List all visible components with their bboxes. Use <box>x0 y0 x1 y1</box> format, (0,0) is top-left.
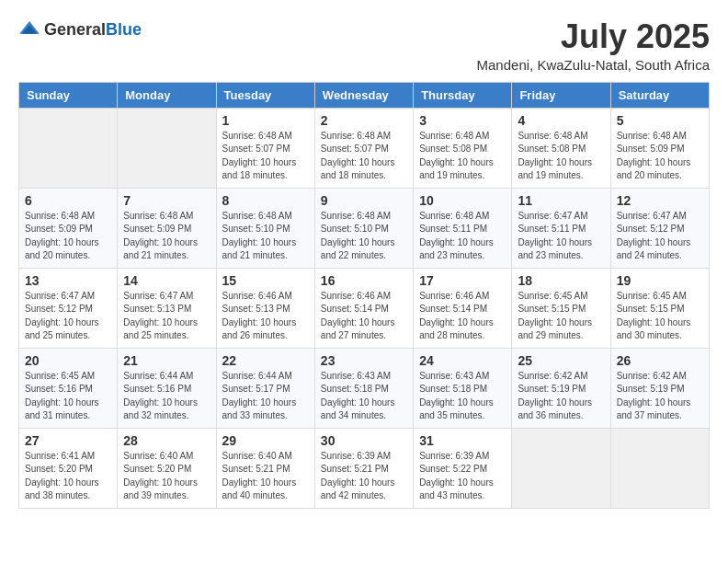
day-info: Sunrise: 6:48 AM Sunset: 5:09 PM Dayligh… <box>123 210 210 263</box>
calendar-day-cell: 8Sunrise: 6:48 AM Sunset: 5:10 PM Daylig… <box>216 188 314 268</box>
day-number: 7 <box>123 193 210 208</box>
calendar-day-cell: 21Sunrise: 6:44 AM Sunset: 5:16 PM Dayli… <box>118 348 216 428</box>
day-number: 11 <box>518 193 604 208</box>
calendar-day-cell: 24Sunrise: 6:43 AM Sunset: 5:18 PM Dayli… <box>414 348 512 428</box>
calendar-day-cell: 18Sunrise: 6:45 AM Sunset: 5:15 PM Dayli… <box>512 268 610 348</box>
day-number: 31 <box>419 433 506 448</box>
day-number: 29 <box>222 433 309 448</box>
day-number: 30 <box>321 433 407 448</box>
calendar-day-cell: 28Sunrise: 6:40 AM Sunset: 5:20 PM Dayli… <box>118 428 216 508</box>
calendar-day-cell: 5Sunrise: 6:48 AM Sunset: 5:09 PM Daylig… <box>610 108 709 188</box>
calendar-week-row: 6Sunrise: 6:48 AM Sunset: 5:09 PM Daylig… <box>19 188 710 268</box>
day-info: Sunrise: 6:45 AM Sunset: 5:15 PM Dayligh… <box>617 290 703 343</box>
calendar-day-cell: 19Sunrise: 6:45 AM Sunset: 5:15 PM Dayli… <box>610 268 709 348</box>
calendar-table: SundayMondayTuesdayWednesdayThursdayFrid… <box>18 82 710 509</box>
page-header: GeneralBlue July 2025 Mandeni, KwaZulu-N… <box>18 18 710 73</box>
calendar-day-cell: 2Sunrise: 6:48 AM Sunset: 5:07 PM Daylig… <box>314 108 413 188</box>
day-info: Sunrise: 6:47 AM Sunset: 5:12 PM Dayligh… <box>617 210 703 263</box>
calendar-day-cell: 1Sunrise: 6:48 AM Sunset: 5:07 PM Daylig… <box>216 108 314 188</box>
day-info: Sunrise: 6:39 AM Sunset: 5:21 PM Dayligh… <box>321 450 407 503</box>
day-number: 18 <box>518 273 604 288</box>
weekday-header-cell: Friday <box>512 82 610 108</box>
day-number: 19 <box>617 273 703 288</box>
day-number: 20 <box>25 353 111 368</box>
day-info: Sunrise: 6:48 AM Sunset: 5:10 PM Dayligh… <box>222 210 309 263</box>
day-number: 23 <box>321 353 407 368</box>
calendar-day-cell: 26Sunrise: 6:42 AM Sunset: 5:19 PM Dayli… <box>610 348 709 428</box>
day-number: 15 <box>222 273 309 288</box>
day-number: 24 <box>419 353 506 368</box>
day-info: Sunrise: 6:41 AM Sunset: 5:20 PM Dayligh… <box>25 450 111 503</box>
day-info: Sunrise: 6:45 AM Sunset: 5:16 PM Dayligh… <box>25 370 111 423</box>
calendar-week-row: 13Sunrise: 6:47 AM Sunset: 5:12 PM Dayli… <box>19 268 710 348</box>
calendar-day-cell: 27Sunrise: 6:41 AM Sunset: 5:20 PM Dayli… <box>19 428 118 508</box>
calendar-day-cell: 9Sunrise: 6:48 AM Sunset: 5:10 PM Daylig… <box>314 188 413 268</box>
calendar-day-cell: 30Sunrise: 6:39 AM Sunset: 5:21 PM Dayli… <box>314 428 413 508</box>
day-info: Sunrise: 6:48 AM Sunset: 5:09 PM Dayligh… <box>25 210 111 263</box>
day-info: Sunrise: 6:43 AM Sunset: 5:18 PM Dayligh… <box>321 370 407 423</box>
calendar-day-cell: 14Sunrise: 6:47 AM Sunset: 5:13 PM Dayli… <box>118 268 216 348</box>
calendar-day-cell: 25Sunrise: 6:42 AM Sunset: 5:19 PM Dayli… <box>512 348 610 428</box>
day-number: 25 <box>518 353 604 368</box>
day-info: Sunrise: 6:48 AM Sunset: 5:10 PM Dayligh… <box>321 210 407 263</box>
day-number: 17 <box>419 273 506 288</box>
day-info: Sunrise: 6:40 AM Sunset: 5:20 PM Dayligh… <box>123 450 210 503</box>
calendar-day-cell: 16Sunrise: 6:46 AM Sunset: 5:14 PM Dayli… <box>314 268 413 348</box>
day-number: 22 <box>222 353 309 368</box>
day-number: 8 <box>222 193 309 208</box>
calendar-day-cell: 17Sunrise: 6:46 AM Sunset: 5:14 PM Dayli… <box>414 268 512 348</box>
calendar-day-cell: 10Sunrise: 6:48 AM Sunset: 5:11 PM Dayli… <box>414 188 512 268</box>
title-area: July 2025 Mandeni, KwaZulu-Natal, South … <box>477 18 710 73</box>
day-number: 3 <box>419 113 506 128</box>
calendar-day-cell: 13Sunrise: 6:47 AM Sunset: 5:12 PM Dayli… <box>19 268 118 348</box>
day-number: 21 <box>123 353 210 368</box>
day-info: Sunrise: 6:42 AM Sunset: 5:19 PM Dayligh… <box>617 370 703 423</box>
day-info: Sunrise: 6:42 AM Sunset: 5:19 PM Dayligh… <box>518 370 604 423</box>
weekday-header-cell: Thursday <box>414 82 512 108</box>
day-number: 14 <box>123 273 210 288</box>
weekday-header-row: SundayMondayTuesdayWednesdayThursdayFrid… <box>19 82 710 108</box>
calendar-day-cell: 4Sunrise: 6:48 AM Sunset: 5:08 PM Daylig… <box>512 108 610 188</box>
location-title: Mandeni, KwaZulu-Natal, South Africa <box>477 57 710 73</box>
logo-text-blue: Blue <box>106 20 142 39</box>
calendar-week-row: 27Sunrise: 6:41 AM Sunset: 5:20 PM Dayli… <box>19 428 710 508</box>
day-info: Sunrise: 6:44 AM Sunset: 5:16 PM Dayligh… <box>123 370 210 423</box>
logo: GeneralBlue <box>18 18 142 40</box>
calendar-week-row: 20Sunrise: 6:45 AM Sunset: 5:16 PM Dayli… <box>19 348 710 428</box>
calendar-day-cell: 11Sunrise: 6:47 AM Sunset: 5:11 PM Dayli… <box>512 188 610 268</box>
calendar-day-cell: 6Sunrise: 6:48 AM Sunset: 5:09 PM Daylig… <box>19 188 118 268</box>
day-number: 16 <box>321 273 407 288</box>
day-info: Sunrise: 6:40 AM Sunset: 5:21 PM Dayligh… <box>222 450 309 503</box>
day-number: 12 <box>617 193 703 208</box>
day-info: Sunrise: 6:48 AM Sunset: 5:09 PM Dayligh… <box>617 130 703 183</box>
day-info: Sunrise: 6:48 AM Sunset: 5:07 PM Dayligh… <box>321 130 407 183</box>
calendar-day-cell: 3Sunrise: 6:48 AM Sunset: 5:08 PM Daylig… <box>414 108 512 188</box>
day-number: 9 <box>321 193 407 208</box>
day-info: Sunrise: 6:46 AM Sunset: 5:14 PM Dayligh… <box>321 290 407 343</box>
day-number: 26 <box>617 353 703 368</box>
calendar-day-cell: 22Sunrise: 6:44 AM Sunset: 5:17 PM Dayli… <box>216 348 314 428</box>
calendar-body: 1Sunrise: 6:48 AM Sunset: 5:07 PM Daylig… <box>19 108 710 508</box>
day-info: Sunrise: 6:47 AM Sunset: 5:13 PM Dayligh… <box>123 290 210 343</box>
calendar-day-cell <box>118 108 216 188</box>
day-number: 27 <box>25 433 111 448</box>
day-info: Sunrise: 6:39 AM Sunset: 5:22 PM Dayligh… <box>419 450 506 503</box>
logo-text-general: General <box>44 20 106 39</box>
day-info: Sunrise: 6:48 AM Sunset: 5:11 PM Dayligh… <box>419 210 506 263</box>
day-number: 1 <box>222 113 309 128</box>
day-info: Sunrise: 6:44 AM Sunset: 5:17 PM Dayligh… <box>222 370 309 423</box>
month-title: July 2025 <box>477 18 710 55</box>
day-number: 28 <box>123 433 210 448</box>
weekday-header-cell: Monday <box>118 82 216 108</box>
calendar-day-cell <box>19 108 118 188</box>
logo-icon <box>18 18 40 40</box>
day-info: Sunrise: 6:46 AM Sunset: 5:13 PM Dayligh… <box>222 290 309 343</box>
calendar-day-cell: 23Sunrise: 6:43 AM Sunset: 5:18 PM Dayli… <box>314 348 413 428</box>
weekday-header-cell: Sunday <box>19 82 118 108</box>
day-info: Sunrise: 6:47 AM Sunset: 5:12 PM Dayligh… <box>25 290 111 343</box>
day-number: 13 <box>25 273 111 288</box>
calendar-day-cell: 31Sunrise: 6:39 AM Sunset: 5:22 PM Dayli… <box>414 428 512 508</box>
day-info: Sunrise: 6:43 AM Sunset: 5:18 PM Dayligh… <box>419 370 506 423</box>
calendar-day-cell: 29Sunrise: 6:40 AM Sunset: 5:21 PM Dayli… <box>216 428 314 508</box>
day-info: Sunrise: 6:47 AM Sunset: 5:11 PM Dayligh… <box>518 210 604 263</box>
